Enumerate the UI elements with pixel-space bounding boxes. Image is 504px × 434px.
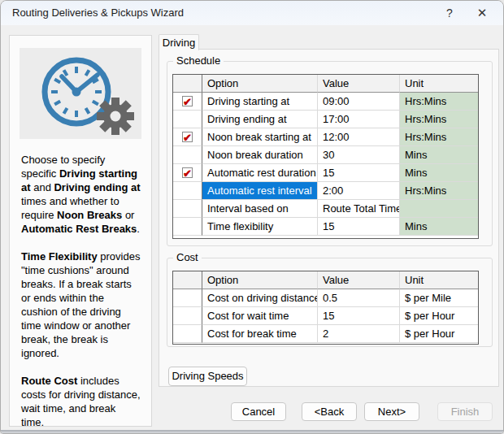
column-header: Option <box>202 75 318 93</box>
row-checkbox[interactable] <box>182 167 193 178</box>
option-cell[interactable]: Time flexibility <box>202 218 318 236</box>
value-cell[interactable]: 2:00 <box>318 182 400 200</box>
column-header: Value <box>318 271 400 289</box>
checkbox-cell <box>173 146 202 164</box>
value-cell[interactable]: 09:00 <box>318 93 400 111</box>
unit-cell: $ per Hour <box>400 307 478 325</box>
wizard-dialog: Routing Deliveries & Pickups Wizard ? ✕ <box>0 0 504 434</box>
close-icon[interactable]: ✕ <box>471 4 493 22</box>
checkbox-cell <box>173 218 202 236</box>
row-checkbox[interactable] <box>182 96 193 106</box>
option-cell[interactable]: Driving starting at <box>202 93 318 111</box>
unit-cell: Hrs:Mins <box>400 128 478 146</box>
table-row: Driving starting at09:00Hrs:Mins <box>173 93 478 111</box>
checkbox-cell[interactable] <box>173 164 202 182</box>
unit-cell: Mins <box>400 146 478 164</box>
tab-driving[interactable]: Driving <box>159 34 199 50</box>
schedule-groupbox-label: Schedule <box>173 54 224 67</box>
option-cell[interactable]: Automatic rest duration <box>202 164 318 182</box>
table-row: Automatic rest interval2:00Hrs:Mins <box>173 182 478 200</box>
checkbox-cell[interactable] <box>173 128 202 146</box>
cost-table: OptionValueUnitCost on driving distance0… <box>172 271 479 345</box>
value-cell[interactable]: 15 <box>318 218 400 236</box>
description-paragraph: Route Cost includes costs for driving di… <box>21 374 141 429</box>
table-empty-strip <box>173 236 478 238</box>
table-row: Time flexibility15Mins <box>173 218 478 236</box>
checkbox-cell <box>173 325 202 343</box>
schedule-table: OptionValueUnitDriving starting at09:00H… <box>172 74 479 239</box>
option-cell[interactable]: Interval based on <box>202 200 318 218</box>
tab-page-driving: Schedule OptionValueUnitDriving starting… <box>159 49 499 387</box>
value-cell[interactable]: 2 <box>318 325 400 343</box>
unit-cell: Hrs:Mins <box>400 111 478 128</box>
value-cell[interactable]: 17:00 <box>318 111 400 128</box>
table-row: Noon break duration30Mins <box>173 146 478 164</box>
help-icon[interactable]: ? <box>438 4 461 22</box>
wizard-description: Choose to specify specific Driving start… <box>21 153 141 429</box>
finish-button: Finish <box>437 402 493 421</box>
row-checkbox[interactable] <box>182 132 193 142</box>
unit-cell: Mins <box>400 164 478 182</box>
option-cell[interactable]: Cost on driving distance <box>202 289 318 307</box>
table-row: Cost on driving distance0.5$ per Mile <box>173 289 478 307</box>
window-title: Routing Deliveries & Pickups Wizard <box>12 7 184 19</box>
unit-cell <box>400 200 478 218</box>
back-button[interactable]: <Back <box>302 402 357 421</box>
option-cell[interactable]: Driving ending at <box>202 111 318 128</box>
column-header: Option <box>202 271 318 289</box>
table-header-row: OptionValueUnit <box>173 75 478 93</box>
column-header: Unit <box>400 271 478 289</box>
title-bar: Routing Deliveries & Pickups Wizard ? ✕ <box>1 1 503 25</box>
option-cell[interactable]: Cost for break time <box>202 325 318 343</box>
checkbox-cell <box>173 182 202 200</box>
description-paragraph: Time Flexibility provides "time cushions… <box>21 250 141 360</box>
description-paragraph: Choose to specify specific Driving start… <box>21 153 141 236</box>
table-row: Noon break starting at12:00Hrs:Mins <box>173 128 478 146</box>
table-row: Cost for wait time15$ per Hour <box>173 307 478 325</box>
value-cell[interactable]: 30 <box>318 146 400 164</box>
table-row: Automatic rest duration15Mins <box>173 164 478 182</box>
table-row: Cost for break time2$ per Hour <box>173 325 478 343</box>
column-header: Unit <box>400 75 478 93</box>
cost-groupbox-label: Cost <box>173 251 202 263</box>
checkbox-cell <box>173 307 202 325</box>
checkbox-cell[interactable] <box>173 93 202 111</box>
value-cell[interactable]: 12:00 <box>318 128 400 146</box>
schedule-groupbox: Schedule OptionValueUnitDriving starting… <box>167 61 493 246</box>
checkbox-cell <box>173 289 202 307</box>
driving-speeds-button[interactable]: Driving Speeds <box>168 367 247 386</box>
table-empty-strip <box>173 343 478 344</box>
value-cell[interactable]: Route Total Time <box>318 200 400 218</box>
unit-cell: $ per Mile <box>400 289 478 307</box>
unit-cell: Mins <box>400 218 478 236</box>
unit-cell: Hrs:Mins <box>400 182 478 200</box>
sidebar-panel: Choose to specify specific Driving start… <box>9 35 152 427</box>
unit-cell: $ per Hour <box>400 325 478 343</box>
option-cell[interactable]: Noon break duration <box>202 146 318 164</box>
cancel-button[interactable]: Cancel <box>231 402 286 421</box>
column-header <box>173 271 202 289</box>
option-cell[interactable]: Automatic rest interval <box>202 182 318 200</box>
value-cell[interactable]: 0.5 <box>318 289 400 307</box>
next-button[interactable]: Next> <box>364 402 419 421</box>
gear-icon <box>97 98 134 135</box>
table-row: Driving ending at17:00Hrs:Mins <box>173 111 478 128</box>
clock-gear-icon <box>20 48 141 139</box>
option-cell[interactable]: Cost for wait time <box>202 307 318 325</box>
value-cell[interactable]: 15 <box>318 164 400 182</box>
column-header: Value <box>318 75 400 93</box>
value-cell[interactable]: 15 <box>318 307 400 325</box>
checkbox-cell <box>173 200 202 218</box>
window-shadow <box>1 430 503 433</box>
cost-groupbox: Cost OptionValueUnitCost on driving dist… <box>167 258 493 347</box>
column-header <box>173 75 202 93</box>
unit-cell: Hrs:Mins <box>400 93 478 111</box>
table-row: Interval based onRoute Total Time <box>173 200 478 218</box>
table-header-row: OptionValueUnit <box>173 271 478 289</box>
option-cell[interactable]: Noon break starting at <box>202 128 318 146</box>
checkbox-cell <box>173 111 202 128</box>
